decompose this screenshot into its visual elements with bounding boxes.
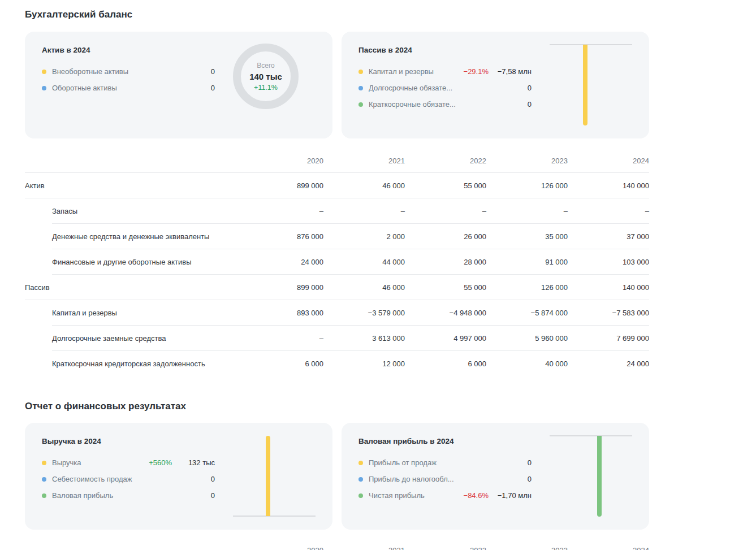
- chart-baseline: [550, 44, 632, 45]
- legend-label: Долгосрочные обязате...: [369, 84, 489, 92]
- cell-value: 24 000: [242, 258, 323, 266]
- table-row: Капитал и резервы 893 000 −3 579 000 −4 …: [25, 300, 649, 326]
- cell-value: 44 000: [323, 258, 405, 266]
- legend-item: Прибыль до налогообл... 0: [358, 475, 532, 483]
- legend-item: Валовая прибыль 0: [42, 491, 215, 500]
- legend-label: Себестоимость продаж: [52, 475, 172, 483]
- legend-dot-icon: [358, 477, 363, 482]
- cell-value: 2 000: [323, 232, 405, 241]
- cell-value: 103 000: [568, 258, 649, 266]
- year-header: 2023: [486, 546, 568, 550]
- legend-dot-icon: [42, 461, 46, 465]
- cell-value: −5 874 000: [486, 309, 568, 317]
- legend-value: −1,70 млн: [489, 491, 532, 500]
- legend-value: 0: [172, 475, 215, 483]
- legend-item: Себестоимость продаж 0: [42, 475, 215, 483]
- legend-item: Внеоборотные активы 0: [42, 67, 215, 76]
- income-cards-row: Выручка в 2024 Выручка +560% 132 тыс Себ…: [25, 423, 674, 530]
- legend-dot-icon: [358, 493, 363, 498]
- row-label: Пассив: [25, 283, 242, 292]
- cell-value: –: [323, 207, 405, 215]
- income-section-title: Отчет о финансовых результатах: [25, 401, 674, 412]
- legend-dot-icon: [358, 461, 363, 465]
- cell-value: –: [568, 207, 649, 215]
- balance-table: 2020 2021 2022 2023 2024 Актив 899 000 4…: [25, 148, 649, 376]
- chart-bar: [266, 436, 270, 516]
- legend-value: 0: [172, 491, 215, 500]
- legend-value: −7,58 млн: [489, 67, 532, 76]
- dashboard: Бухгалтерский баланс Актив в 2024 Внеобо…: [0, 0, 674, 550]
- cell-value: 24 000: [568, 360, 649, 368]
- donut-delta: +11.1%: [254, 84, 278, 92]
- row-label: Актив: [25, 181, 242, 190]
- legend-label: Краткосрочные обязате...: [369, 100, 489, 109]
- cell-value: 55 000: [405, 181, 486, 190]
- year-header: 2024: [568, 157, 649, 165]
- cell-value: 126 000: [486, 283, 568, 292]
- revenue-bar-chart: [233, 435, 316, 517]
- year-header: 2022: [405, 546, 486, 550]
- legend-dot-icon: [358, 70, 363, 74]
- cell-value: 55 000: [405, 283, 486, 292]
- year-header: 2021: [323, 546, 405, 550]
- row-label: Денежные средства и денежные эквиваленты: [25, 232, 242, 241]
- legend-item: Капитал и резервы −29.1% −7,58 млн: [358, 67, 532, 76]
- legend-value: 0: [489, 458, 532, 467]
- legend-label: Оборотные активы: [52, 84, 172, 92]
- legend-item: Долгосрочные обязате... 0: [358, 84, 532, 92]
- cell-value: –: [242, 207, 323, 215]
- legend-label: Прибыль от продаж: [369, 458, 489, 467]
- legend-value: 0: [172, 67, 215, 76]
- cell-value: −7 583 000: [568, 309, 649, 317]
- legend-value: 0: [489, 100, 532, 109]
- row-label: Долгосрочные заемные средства: [25, 334, 242, 343]
- cell-value: 899 000: [242, 181, 323, 190]
- legend-label: Выручка: [52, 458, 129, 467]
- legend-label: Валовая прибыль: [52, 491, 172, 500]
- legend-dot-icon: [42, 70, 46, 74]
- cell-value: 140 000: [568, 283, 649, 292]
- table-row: Финансовые и другие оборотные активы 24 …: [25, 249, 649, 275]
- chart-baseline: [550, 435, 632, 436]
- gross-profit-card: Валовая прибыль в 2024 Прибыль от продаж…: [342, 423, 649, 530]
- year-header: 2023: [486, 157, 568, 165]
- cell-value: −4 948 000: [405, 309, 486, 317]
- gross-profit-legend: Прибыль от продаж 0 Прибыль до налогообл…: [358, 458, 532, 500]
- legend-value: 0: [172, 84, 215, 92]
- cell-value: –: [242, 334, 323, 343]
- cell-value: 91 000: [486, 258, 568, 266]
- cell-value: 46 000: [323, 181, 405, 190]
- liabilities-card: Пассив в 2024 Капитал и резервы −29.1% −…: [342, 32, 649, 138]
- legend-percent: −29.1%: [446, 67, 489, 76]
- table-row: Актив 899 000 46 000 55 000 126 000 140 …: [25, 173, 649, 198]
- cell-value: 6 000: [405, 360, 486, 368]
- assets-donut-chart: Всего 140 тыс +11.1%: [233, 44, 299, 109]
- chart-baseline: [233, 516, 316, 517]
- liabilities-bar-chart: [550, 44, 632, 125]
- legend-item: Прибыль от продаж 0: [358, 458, 532, 467]
- legend-label: Чистая прибыль: [369, 491, 446, 500]
- legend-label: Внеоборотные активы: [52, 67, 172, 76]
- legend-label: Прибыль до налогообл...: [369, 475, 489, 483]
- legend-dot-icon: [42, 86, 46, 90]
- legend-percent: −84.6%: [446, 491, 489, 500]
- table-row: Долгосрочные заемные средства – 3 613 00…: [25, 326, 649, 351]
- donut-total-value: 140 тыс: [249, 72, 282, 81]
- legend-value: 132 тыс: [172, 458, 215, 467]
- cell-value: 28 000: [405, 258, 486, 266]
- revenue-legend: Выручка +560% 132 тыс Себестоимость прод…: [42, 458, 215, 500]
- row-label: Финансовые и другие оборотные активы: [25, 258, 242, 266]
- row-label: Капитал и резервы: [25, 309, 242, 317]
- header-spacer: [25, 546, 242, 550]
- balance-cards-row: Актив в 2024 Внеоборотные активы 0 Оборо…: [25, 32, 674, 138]
- cell-value: −3 579 000: [323, 309, 405, 317]
- cell-value: 140 000: [568, 181, 649, 190]
- cell-value: –: [486, 207, 568, 215]
- year-header: 2020: [242, 157, 323, 165]
- balance-section-title: Бухгалтерский баланс: [25, 9, 674, 20]
- cell-value: 126 000: [486, 181, 568, 190]
- cell-value: 3 613 000: [323, 334, 405, 343]
- cell-value: 40 000: [486, 360, 568, 368]
- cell-value: 893 000: [242, 309, 323, 317]
- cell-value: –: [405, 207, 486, 215]
